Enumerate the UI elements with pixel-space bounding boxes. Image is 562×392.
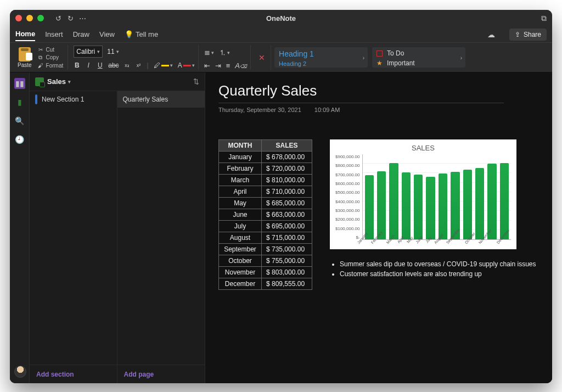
- table-cell-sales[interactable]: $ 809,555.00: [262, 278, 312, 290]
- tab-home[interactable]: Home: [15, 27, 35, 41]
- tag-important[interactable]: ★ Important: [376, 59, 461, 67]
- table-cell-month[interactable]: June: [219, 209, 262, 221]
- cut-label: Cut: [46, 47, 55, 53]
- add-page-button[interactable]: Add page: [117, 365, 205, 383]
- font-size-select[interactable]: 11 ▾: [105, 46, 121, 58]
- chevron-down-icon: ▾: [97, 49, 100, 54]
- table-cell-sales[interactable]: $ 735,000.00: [262, 244, 312, 255]
- table-cell-month[interactable]: July: [219, 221, 262, 232]
- format-painter-button[interactable]: 🖌Format: [36, 62, 65, 69]
- font-family-select[interactable]: Calibri ▾: [74, 46, 103, 58]
- table-cell-sales[interactable]: $ 695,000.00: [262, 221, 312, 232]
- table-row[interactable]: April$ 710,000.00: [219, 186, 312, 198]
- sales-chart[interactable]: SALES $900,000.00$800,000.00$700,000.00$…: [330, 139, 516, 249]
- recent-rail-button[interactable]: 🕘: [14, 134, 25, 145]
- tell-me-search[interactable]: 💡 Tell me: [125, 30, 158, 38]
- bulleted-list-button[interactable]: ≣▾: [204, 48, 214, 57]
- underline-button[interactable]: U: [97, 61, 103, 69]
- font-group: Calibri ▾ 11 ▾ B I U abc x₂ x² |: [70, 45, 199, 70]
- tags-gallery[interactable]: To Do ★ Important ›: [372, 47, 465, 68]
- table-cell-sales[interactable]: $ 715,000.00: [262, 232, 312, 244]
- table-cell-sales[interactable]: $ 720,000.00: [262, 163, 312, 175]
- search-rail-button[interactable]: 🔍: [14, 115, 25, 126]
- table-cell-month[interactable]: November: [219, 267, 262, 278]
- table-row[interactable]: January$ 678,000.00: [219, 152, 312, 163]
- list-item[interactable]: Summer sales dip due to overseas / COVID…: [340, 259, 536, 269]
- avatar[interactable]: [14, 366, 26, 378]
- section-color-bar: [35, 94, 37, 104]
- table-cell-month[interactable]: April: [219, 186, 262, 198]
- sales-table[interactable]: MONTH SALES January$ 678,000.00February$…: [218, 139, 312, 290]
- chart-bar: [426, 177, 435, 239]
- superscript-button[interactable]: x²: [136, 63, 142, 68]
- paste-button[interactable]: Paste: [15, 46, 34, 69]
- lightbulb-icon: 💡: [125, 30, 133, 38]
- cut-button[interactable]: ✂Cut: [36, 46, 65, 53]
- table-cell-sales[interactable]: $ 678,000.00: [262, 152, 312, 163]
- notes-bullets[interactable]: Summer sales dip due to overseas / COVID…: [330, 259, 536, 279]
- table-row[interactable]: November$ 803,000.00: [219, 267, 312, 278]
- style-heading-2[interactable]: Heading 2: [279, 60, 363, 67]
- table-row[interactable]: August$ 715,000.00: [219, 232, 312, 244]
- sort-icon[interactable]: ⇅: [193, 77, 199, 86]
- section-item[interactable]: New Section 1: [30, 91, 117, 108]
- sync-icon[interactable]: ☁: [487, 30, 495, 39]
- table-cell-month[interactable]: March: [219, 175, 262, 186]
- share-button[interactable]: ⇪ Share: [509, 29, 547, 41]
- star-icon: ★: [376, 59, 383, 67]
- style-heading-1[interactable]: Heading 1: [279, 49, 363, 58]
- strikethrough-button[interactable]: abc: [108, 61, 119, 69]
- page-canvas[interactable]: Quarterly Sales Thursday, September 30, …: [205, 72, 552, 383]
- tag-to-do[interactable]: To Do: [376, 49, 461, 57]
- table-header-sales: SALES: [262, 140, 312, 152]
- table-cell-month[interactable]: May: [219, 198, 262, 209]
- table-cell-sales[interactable]: $ 710,000.00: [262, 186, 312, 198]
- tab-insert[interactable]: Insert: [45, 28, 63, 41]
- table-cell-month[interactable]: January: [219, 152, 262, 163]
- table-cell-sales[interactable]: $ 803,000.00: [262, 267, 312, 278]
- page-title[interactable]: Quarterly Sales: [218, 82, 539, 99]
- table-row[interactable]: December$ 809,555.00: [219, 278, 312, 290]
- notebook-header[interactable]: Sales▾ ⇅: [30, 72, 205, 91]
- list-item[interactable]: Customer satisfaction levels are also tr…: [340, 269, 536, 279]
- subscript-button[interactable]: x₂: [124, 63, 131, 68]
- table-row[interactable]: May$ 685,000.00: [219, 198, 312, 209]
- styles-gallery[interactable]: Heading 1 Heading 2 ›: [274, 47, 368, 68]
- table-cell-sales[interactable]: $ 685,000.00: [262, 198, 312, 209]
- italic-button[interactable]: I: [85, 61, 92, 69]
- tab-draw[interactable]: Draw: [73, 28, 89, 41]
- table-cell-sales[interactable]: $ 663,000.00: [262, 209, 312, 221]
- clear-formatting-button[interactable]: A⌫: [235, 61, 247, 70]
- decrease-indent-button[interactable]: ⇤: [204, 61, 210, 70]
- align-button[interactable]: ≡: [226, 61, 231, 70]
- table-cell-month[interactable]: December: [219, 278, 262, 290]
- font-color-button[interactable]: A▾: [178, 61, 195, 69]
- table-row[interactable]: October$ 755,000.00: [219, 255, 312, 267]
- increase-indent-button[interactable]: ⇥: [215, 61, 221, 70]
- app-body: ▮▮ ▮ 🔍 🕘 Sales▾ ⇅ New Section 1 Add sect…: [10, 72, 552, 383]
- chart-bar: [463, 170, 472, 239]
- table-row[interactable]: June$ 663,000.00: [219, 209, 312, 221]
- table-row[interactable]: July$ 695,000.00: [219, 221, 312, 232]
- numbered-list-button[interactable]: ⒈▾: [219, 48, 230, 58]
- table-row[interactable]: September$ 735,000.00: [219, 244, 312, 255]
- chart-bar: [389, 163, 398, 240]
- table-cell-sales[interactable]: $ 755,000.00: [262, 255, 312, 267]
- copy-button[interactable]: ⧉Copy: [36, 54, 65, 61]
- bold-button[interactable]: B: [74, 61, 80, 69]
- notebooks-rail-button[interactable]: ▮▮: [14, 78, 25, 89]
- table-cell-sales[interactable]: $ 810,000.00: [262, 175, 312, 186]
- share-label: Share: [524, 31, 541, 38]
- highlight-color-button[interactable]: 🖊▾: [154, 61, 173, 69]
- page-item[interactable]: Quarterly Sales: [117, 91, 205, 108]
- add-section-button[interactable]: Add section: [30, 365, 117, 383]
- table-cell-month[interactable]: August: [219, 232, 262, 244]
- table-cell-month[interactable]: October: [219, 255, 262, 267]
- tab-view[interactable]: View: [99, 28, 115, 41]
- delete-button[interactable]: ✕: [256, 53, 267, 62]
- table-row[interactable]: March$ 810,000.00: [219, 175, 312, 186]
- notebook-rail-icon[interactable]: ▮: [14, 97, 25, 108]
- table-row[interactable]: February$ 720,000.00: [219, 163, 312, 175]
- table-cell-month[interactable]: February: [219, 163, 262, 175]
- table-cell-month[interactable]: September: [219, 244, 262, 255]
